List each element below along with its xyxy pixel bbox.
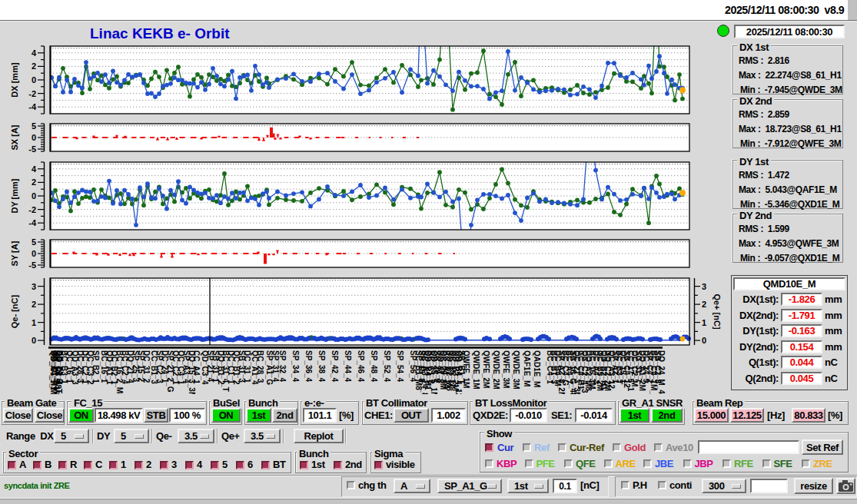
svg-text:QWDE_2M: QWDE_2M — [492, 350, 500, 390]
svg-text:QAF1E_M: QAF1E_M — [523, 350, 531, 386]
svg-text:0: 0 — [32, 249, 36, 258]
svg-text:SP_52_4: SP_52_4 — [383, 350, 391, 383]
svg-text:0: 0 — [32, 191, 36, 201]
svg-text:SP_44_4: SP_44_4 — [344, 350, 352, 383]
svg-text:-2: -2 — [28, 205, 36, 214]
svg-text:4: 4 — [32, 48, 37, 58]
svg-text:4: 4 — [32, 164, 37, 174]
svg-text:SP_42_4: SP_42_4 — [331, 350, 339, 383]
svg-text:0: 0 — [32, 336, 36, 345]
svg-text:-4: -4 — [28, 102, 37, 111]
svg-text:DY [mm]: DY [mm] — [10, 178, 19, 213]
svg-text:2: 2 — [32, 177, 36, 187]
svg-text:SP_36_4: SP_36_4 — [304, 350, 313, 383]
svg-text:CC_A4_1: CC_A4_1 — [192, 350, 201, 384]
svg-text:-2: -2 — [28, 89, 36, 98]
svg-text:-5: -5 — [28, 260, 36, 270]
svg-text:2: 2 — [32, 300, 36, 309]
svg-text:3: 3 — [702, 282, 706, 291]
svg-text:QWDE_1M: QWDE_1M — [472, 350, 480, 390]
svg-text:SP_B2_1: SP_B2_1 — [91, 350, 100, 383]
svg-text:DC_31_1: DC_31_1 — [243, 350, 251, 383]
svg-text:0: 0 — [32, 75, 36, 85]
svg-text:SP_46_4: SP_46_4 — [357, 350, 365, 383]
svg-text:SP_48_4: SP_48_4 — [370, 350, 378, 383]
svg-text:1: 1 — [32, 318, 36, 327]
svg-text:QWDE_3M: QWDE_3M — [512, 350, 520, 390]
svg-text:QWFE_1M: QWFE_1M — [462, 350, 470, 388]
svg-text:Qe- [nC]: Qe- [nC] — [10, 294, 19, 328]
svg-text:SX [A]: SX [A] — [10, 124, 19, 150]
svg-text:SP_34_4: SP_34_4 — [291, 350, 300, 383]
svg-text:DC_31_2: DC_31_2 — [142, 350, 151, 383]
svg-text:-4: -4 — [28, 218, 37, 227]
svg-text:QWFE_3M: QWFE_3M — [502, 350, 510, 388]
svg-text:5: 5 — [32, 121, 36, 131]
svg-text:DX [mm]: DX [mm] — [10, 62, 19, 98]
svg-text:-5: -5 — [28, 144, 36, 154]
svg-text:BC_28_3: BC_28_3 — [256, 350, 264, 383]
svg-text:DQ_24_9: DQ_24_9 — [55, 350, 64, 383]
svg-text:3: 3 — [32, 282, 36, 291]
svg-text:QWFE_2M: QWFE_2M — [482, 350, 490, 388]
svg-text:SY [A]: SY [A] — [10, 240, 19, 266]
svg-text:QAD1E_M: QAD1E_M — [533, 350, 541, 387]
svg-text:SP_32_4: SP_32_4 — [278, 350, 287, 383]
svg-text:5: 5 — [32, 237, 36, 247]
svg-text:0: 0 — [32, 133, 36, 142]
svg-text:SP_54_4: SP_54_4 — [396, 350, 404, 383]
svg-text:2: 2 — [32, 61, 36, 71]
svg-text:SP_38_4: SP_38_4 — [317, 350, 326, 383]
